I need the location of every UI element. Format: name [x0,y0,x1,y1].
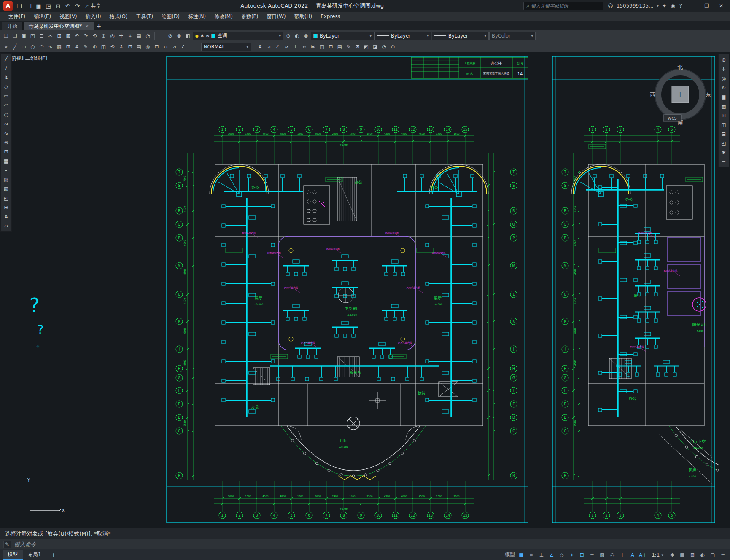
zoom-extents-icon[interactable]: ⊕ [99,31,108,40]
print-icon[interactable]: ⊟ [37,31,46,40]
quick-properties-icon[interactable]: ▤ [678,550,687,560]
linetype-dropdown[interactable]: ByLayer ▾ [374,32,431,40]
rectangle-tool-icon[interactable]: ▭ [2,92,11,100]
arc-tool-icon[interactable]: ◠ [2,101,11,110]
gradient-tool-icon[interactable]: ▧ [2,184,11,193]
offset-icon[interactable]: ◎ [143,42,152,51]
autocad-logo[interactable]: A [3,1,13,11]
annotation-scale-dropdown[interactable]: 1:1 ▾ [648,552,667,558]
layer-match-icon[interactable]: ◐ [293,31,302,40]
mirror-icon[interactable]: ◫ [99,42,108,51]
ortho-mode-toggle[interactable]: ⊥ [537,550,546,560]
zoom-tool-icon[interactable]: ◎ [719,74,728,83]
multileader-icon[interactable]: ⋈ [309,42,318,51]
add-layout-button[interactable]: + [46,550,61,560]
maximize-button[interactable]: ❐ [700,1,714,11]
chamfer-icon[interactable]: ⊿ [170,42,179,51]
text-icon[interactable]: A [73,42,81,51]
annotation-autoscale-toggle[interactable]: A+ [638,550,647,560]
menu-item[interactable]: 编辑(E) [30,12,55,21]
spline-icon[interactable]: ∿ [46,42,55,51]
object-snap-toggle[interactable]: ⊡ [577,550,587,560]
boundary-icon[interactable]: ◪ [371,42,380,51]
pan-icon[interactable]: ✛ [117,31,126,40]
region-tool-icon[interactable]: ◰ [2,194,11,202]
render-icon[interactable]: ✱ [719,148,728,157]
navigation-wheel-icon[interactable]: ⊕ [719,55,728,64]
menu-item[interactable]: 帮助(H) [290,12,316,21]
regen-icon[interactable]: ⟲ [90,31,99,40]
transparency-toggle[interactable]: ▨ [598,550,607,560]
model-tab[interactable]: 模型 [3,550,23,560]
grid-display-toggle[interactable]: ▦ [517,550,526,560]
properties-icon[interactable]: ≡ [397,42,406,51]
osnap-settings-icon[interactable]: ⌖ [2,42,11,51]
menu-item[interactable]: 插入(I) [81,12,105,21]
menu-item[interactable]: 格式(O) [105,12,132,21]
text-style-dropdown[interactable]: NORMAL ▾ [201,43,251,51]
undo-icon[interactable]: ↶ [63,1,73,11]
dimension-tool-icon[interactable]: ↔ [2,221,11,230]
modelspace-toggle[interactable]: 模型 [504,550,516,560]
menu-item[interactable]: 视图(V) [55,12,81,21]
redo-tool-icon[interactable]: ↷ [81,31,90,40]
tool-palettes-icon[interactable]: ▦ [719,102,728,110]
new-icon[interactable]: ❏ [2,31,11,40]
gizmo-toggle[interactable]: ✛ [618,550,627,560]
measure-icon[interactable]: ◔ [380,42,388,51]
leader-icon[interactable]: ≋ [300,42,309,51]
lineweight-dropdown[interactable]: ByLayer ▾ [432,32,489,40]
user-account-icon[interactable]: ☺ [608,3,613,9]
paste-icon[interactable]: ⊠ [64,31,73,40]
mtext-tool-icon[interactable]: A [2,212,11,221]
layer-properties-icon[interactable]: ≡ [157,31,166,40]
menu-item[interactable]: 标注(N) [184,12,210,21]
lock-ui-icon[interactable]: ⊠ [688,550,697,560]
layers-palette-icon[interactable]: ▤ [135,31,143,40]
workspace-switching-icon[interactable]: ✱ [668,550,677,560]
search-input[interactable]: ⌕ 键入关键字或短语 [523,2,603,10]
menu-item[interactable]: 参数(P) [237,12,263,21]
isolate-objects-icon[interactable]: ◐ [698,550,707,560]
line-tool-icon[interactable]: ╱ [2,54,11,63]
point-tool-icon[interactable]: ∙ [2,166,11,175]
open-file-icon[interactable]: ❒ [11,31,19,40]
selection-cycling-toggle[interactable]: ◎ [608,550,617,560]
new-tab-button[interactable]: + [94,22,103,30]
plot-icon[interactable]: ⊟ [53,1,63,11]
insert-block-tool-icon[interactable]: ⊡ [2,147,11,156]
make-block-tool-icon[interactable]: ▦ [2,156,11,165]
show-motion-icon[interactable]: ▣ [719,92,728,101]
menu-item[interactable]: 修改(M) [210,12,237,21]
circle-tool-icon[interactable]: ○ [2,110,11,119]
polygon-tool-icon[interactable]: ◇ [2,82,11,91]
command-input-icon[interactable]: ✎ [3,541,11,548]
tab-close-icon[interactable]: ✕ [85,24,89,29]
orbit-tool-icon[interactable]: ↻ [719,83,728,92]
point-style-icon[interactable]: ⊙ [388,42,397,51]
field-icon[interactable]: ▤ [335,42,344,51]
mtext-icon[interactable]: A [256,42,264,51]
notifications-icon[interactable]: ◉ [671,3,675,9]
help-icon[interactable]: ? [679,3,682,9]
revcloud-tool-icon[interactable]: ∾ [2,119,11,128]
region-icon[interactable]: ◩ [362,42,371,51]
new-drawing-icon[interactable]: ❏ [14,1,24,11]
edit-icon[interactable]: ✎ [81,42,90,51]
ellipse-tool-icon[interactable]: ⊜ [2,138,11,147]
minimize-button[interactable]: – [685,1,700,11]
trim-icon[interactable]: ⊟ [152,42,161,51]
redo-icon[interactable]: ↷ [73,1,82,11]
rotate-icon[interactable]: ⟲ [108,42,117,51]
polyline-tool-icon[interactable]: ↯ [2,73,11,82]
cut-icon[interactable]: ✂ [46,31,55,40]
cad-drawing[interactable]: 工程项目办公楼图 名空调管道平面大样图图 号141122334455667788… [13,52,719,528]
spline-tool-icon[interactable]: ∿ [2,129,11,137]
properties-palette-icon[interactable]: ⊞ [719,111,728,120]
polar-tracking-toggle[interactable]: ∠ [547,550,556,560]
fillet-icon[interactable]: ∠ [179,42,188,51]
menu-item[interactable]: 工具(T) [132,12,158,21]
isometric-drafting-toggle[interactable]: ◇ [557,550,566,560]
tab-document[interactable]: 青岛某研发中心空调图* ✕ [23,22,94,30]
hatch-tool-icon[interactable]: ▨ [2,175,11,184]
